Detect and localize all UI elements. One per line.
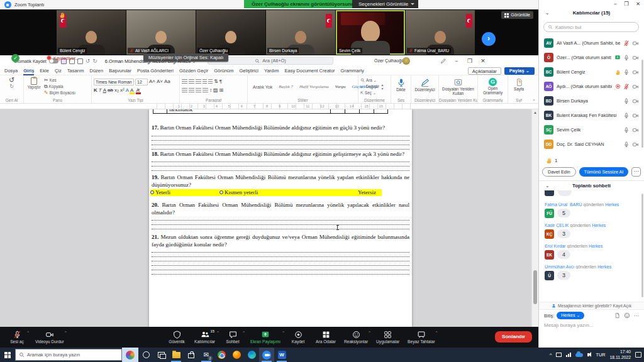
superscript-button[interactable]: x² bbox=[120, 87, 125, 94]
decrease-indent-button[interactable] bbox=[203, 79, 207, 84]
strikethrough-button[interactable]: ab bbox=[108, 87, 113, 94]
sort-button[interactable]: ⇅ bbox=[214, 79, 218, 85]
participants-scrollbar[interactable] bbox=[641, 60, 643, 148]
collapse-ribbon-chevron[interactable]: ⌄ bbox=[530, 97, 538, 103]
word-minimize-button[interactable]: − bbox=[452, 55, 462, 67]
editing-mode-icon[interactable] bbox=[440, 58, 447, 64]
participant-row[interactable]: BD Birsen Durkaya bbox=[539, 94, 644, 108]
mic-icon[interactable] bbox=[623, 141, 630, 148]
search-highlight-button[interactable] bbox=[122, 348, 138, 362]
select-button[interactable]: ⇱Seç ⌄ bbox=[360, 90, 389, 96]
video-tile[interactable]: Özer Çulhaoğlu bbox=[196, 10, 265, 55]
undo-button[interactable]: ↺ bbox=[9, 77, 14, 83]
video-tile-active-speaker[interactable]: Sevim Çelik bbox=[336, 10, 405, 55]
chevron-up-icon[interactable]: ^ bbox=[27, 331, 29, 334]
line-spacing-button[interactable]: ↕ bbox=[209, 87, 212, 94]
clock[interactable]: 17:40 18.11.2022 bbox=[609, 349, 631, 360]
emoji-icon[interactable] bbox=[624, 312, 630, 319]
panel-close-button[interactable]: ✕ bbox=[636, 1, 640, 7]
hidden-icons-chevron[interactable]: ^ bbox=[550, 352, 552, 358]
align-right-button[interactable] bbox=[196, 88, 201, 93]
security-button[interactable]: Güvenlik bbox=[167, 331, 186, 344]
subscript-button[interactable]: x₂ bbox=[114, 87, 119, 94]
tab-yardim[interactable]: Yardım bbox=[264, 67, 279, 75]
edge-button[interactable] bbox=[244, 348, 259, 362]
network-tray-icon[interactable] bbox=[566, 353, 571, 357]
volume-tray-icon[interactable] bbox=[587, 353, 589, 356]
find-button[interactable]: Ara ⌄ bbox=[360, 77, 389, 83]
invite-button[interactable]: Davet Edin bbox=[542, 167, 576, 177]
chevron-up-icon[interactable]: ^ bbox=[369, 331, 370, 334]
style-baslik-7[interactable]: Başlık 7 bbox=[275, 84, 296, 89]
replace-button[interactable]: abDeğiştir bbox=[360, 84, 389, 89]
cut-button[interactable]: ✂Kes bbox=[44, 77, 75, 83]
mic-icon[interactable] bbox=[623, 69, 630, 75]
page-button[interactable]: Sayfa bbox=[510, 77, 528, 92]
video-tile[interactable]: Fatma Ünal_BARU bbox=[406, 10, 475, 55]
camera-icon[interactable] bbox=[632, 127, 639, 133]
tab-gozden-gecir[interactable]: Gözden Geçir bbox=[179, 67, 208, 75]
mail-button[interactable]: ✉2 bbox=[199, 348, 214, 362]
editor-button[interactable]: Düzenleyici bbox=[413, 77, 436, 93]
mic-icon[interactable] bbox=[623, 112, 630, 119]
participant-row[interactable]: SÇ Sevim Çelik bbox=[539, 123, 644, 137]
action-center-icon[interactable] bbox=[635, 352, 641, 358]
align-left-button[interactable] bbox=[182, 88, 187, 93]
muted-mic-icon[interactable] bbox=[623, 84, 630, 90]
panel-minimize-button[interactable]: − bbox=[614, 1, 617, 7]
task-view-button[interactable] bbox=[153, 348, 169, 362]
redo-icon[interactable]: ↻ bbox=[92, 58, 97, 64]
participant-row[interactable]: Ö Özer... (Ortak oturum sahibi) bbox=[539, 50, 644, 65]
paste-button[interactable]: Yapıştır bbox=[26, 77, 42, 96]
video-tile[interactable]: Bülent Cengiz bbox=[57, 10, 126, 55]
tab-ekle[interactable]: Ekle bbox=[40, 67, 49, 75]
copy-button[interactable]: ⧉Kopyala bbox=[44, 84, 75, 89]
camera-icon[interactable] bbox=[632, 69, 639, 75]
record-button[interactable]: Kaydet bbox=[289, 331, 308, 344]
tab-duzen[interactable]: Düzen bbox=[89, 67, 103, 75]
word-restore-button[interactable]: ❐ bbox=[465, 55, 475, 67]
word-close-button[interactable]: ✕ bbox=[478, 55, 488, 67]
attach-file-icon[interactable] bbox=[614, 312, 620, 319]
video-tile[interactable]: Birsen Durkaya bbox=[266, 10, 335, 55]
end-meeting-button[interactable]: Sonlandır bbox=[495, 331, 532, 343]
collapse-participants-chevron[interactable]: ⌄ bbox=[545, 10, 550, 16]
reactions-button[interactable]: Reaksiyonlar^ bbox=[344, 331, 368, 344]
next-videos-arrow-button[interactable]: › bbox=[482, 32, 496, 46]
muted-mic-icon[interactable] bbox=[623, 40, 630, 47]
camera-icon[interactable] bbox=[632, 40, 639, 47]
pilcrow-button[interactable]: ¶ bbox=[219, 79, 222, 85]
scrollbar-up-arrow[interactable]: ▲ bbox=[532, 109, 538, 116]
undo-icon[interactable]: ↺ bbox=[86, 58, 91, 64]
chevron-up-icon[interactable]: ^ bbox=[282, 331, 284, 334]
dictate-button[interactable]: Dikte bbox=[393, 77, 409, 93]
panel-restore-button[interactable]: ❐ bbox=[624, 1, 629, 7]
justify-button[interactable] bbox=[203, 88, 208, 93]
font-name-select[interactable]: Times New Roman ⌄ bbox=[94, 79, 134, 85]
comments-button[interactable]: Açıklamalar bbox=[468, 67, 501, 75]
camera-icon[interactable] bbox=[632, 84, 639, 90]
file-explorer-button[interactable] bbox=[169, 348, 184, 362]
start-button[interactable] bbox=[0, 348, 15, 362]
taskbar-search-input[interactable]: Aramak için buraya yazın bbox=[15, 349, 122, 361]
change-case-button[interactable]: Aa bbox=[164, 79, 170, 85]
open-grammarly-button[interactable]: G Open Grammarly bbox=[480, 77, 506, 96]
firefox-button[interactable] bbox=[229, 348, 244, 362]
mic-icon[interactable] bbox=[623, 127, 630, 133]
chevron-up-icon[interactable]: ^ bbox=[436, 331, 438, 334]
word-app-button[interactable]: W bbox=[274, 348, 289, 362]
mic-icon[interactable] bbox=[623, 55, 630, 61]
radio-icon[interactable] bbox=[150, 190, 154, 194]
zoom-app-button[interactable] bbox=[259, 348, 274, 362]
display-tray-icon[interactable] bbox=[556, 353, 562, 357]
participant-search-input[interactable]: Katılımcı bul bbox=[543, 22, 639, 32]
style-aralik-yok[interactable]: Aralık Yok bbox=[250, 85, 275, 89]
participant-row[interactable]: AV Ali Vasfi A... (Oturum Sahibi, ben) bbox=[539, 36, 644, 50]
bullet-list-button[interactable] bbox=[182, 79, 187, 84]
chat-recipient-select[interactable]: Herkes bbox=[557, 312, 584, 319]
unmute-button[interactable]: Sesi aç^ bbox=[8, 331, 26, 344]
camera-icon[interactable] bbox=[632, 141, 639, 148]
text-effects-button[interactable]: A bbox=[126, 87, 129, 94]
participants-more-button[interactable]: ⋯ bbox=[631, 167, 641, 177]
collapse-chat-chevron[interactable]: ⌄ bbox=[545, 183, 550, 189]
